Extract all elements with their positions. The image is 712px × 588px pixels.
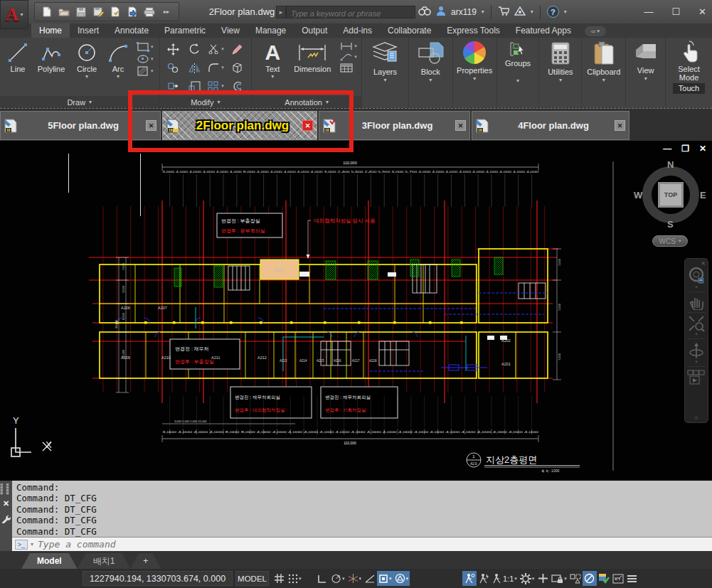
leader-button[interactable]: ▾	[340, 53, 357, 61]
copy-button[interactable]	[163, 58, 184, 77]
save-as-icon[interactable]	[92, 6, 105, 18]
new-layout-button[interactable]: +	[130, 553, 161, 569]
ribbon-tab-collaborate[interactable]: Collaborate	[380, 23, 439, 38]
ribbon-tab-manage[interactable]: Manage	[248, 23, 294, 38]
ortho-mode-button[interactable]	[315, 571, 329, 586]
rectangle-tool-button[interactable]: ▾	[137, 42, 154, 52]
command-input[interactable]	[36, 538, 712, 550]
ribbon-minimize-button[interactable]: ▭ ▾	[585, 26, 606, 36]
isolate-objects-button[interactable]	[568, 571, 583, 586]
viewcube-top-face[interactable]: TOP	[658, 182, 684, 208]
open-folder-icon[interactable]	[58, 6, 70, 18]
linear-dimension-button[interactable]: ▾	[340, 42, 357, 50]
move-button[interactable]	[163, 40, 184, 58]
doc-restore-button[interactable]: ❐	[681, 144, 689, 154]
polyline-button[interactable]: Polyline	[33, 39, 70, 78]
palette-grip-icon[interactable]: ■ ■ ■ ■■ ■ ■ ■	[0, 483, 12, 495]
annotation-visibility-button[interactable]	[462, 571, 477, 586]
close-button[interactable]: ✕	[698, 6, 706, 17]
navbar-collapse-icon[interactable]: ⊖	[694, 416, 698, 420]
signed-in-user[interactable]: arx119	[451, 7, 477, 17]
object-snap-button[interactable]: ▾	[377, 571, 393, 586]
panel-block[interactable]: Block▾	[409, 38, 453, 108]
save-icon[interactable]	[75, 6, 87, 18]
file-tab-2floor-active[interactable]: 18 2Floor plan.dwg ✕	[162, 111, 317, 140]
user-menu-chevron-icon[interactable]: ▾	[482, 9, 484, 15]
recent-commands-chevron-icon[interactable]: ▾	[31, 541, 33, 547]
table-button[interactable]	[340, 63, 357, 73]
navigation-bar[interactable]: ✕ ▾ ▾ ▾ ⊖	[684, 258, 708, 423]
navbar-close-icon[interactable]: ✕	[701, 260, 706, 267]
array-button[interactable]: ▾	[206, 77, 227, 95]
fillet-button[interactable]: ▾	[206, 58, 227, 77]
doc-minimize-button[interactable]: —	[663, 144, 671, 154]
mirror-button[interactable]	[184, 58, 206, 77]
command-panel-close-icon[interactable]: ✕	[3, 499, 9, 508]
grid-display-button[interactable]	[272, 571, 286, 586]
graphics-performance-button[interactable]	[583, 571, 597, 586]
ribbon-tab-parametric[interactable]: Parametric	[156, 23, 213, 38]
orbit-icon[interactable]	[688, 341, 705, 360]
ribbon-tab-home[interactable]: Home	[31, 23, 70, 38]
viewcube[interactable]: N S W E TOP	[637, 161, 705, 229]
draw-panel-label[interactable]: Draw▾	[0, 96, 159, 108]
qat-overflow-icon[interactable]: ▸▸	[160, 6, 173, 18]
ribbon-tab-output[interactable]: Output	[294, 23, 335, 38]
circle-button[interactable]: Circle▾	[71, 39, 102, 78]
annotation-panel-label[interactable]: Annotation▾	[252, 96, 361, 108]
object-snap-tracking-button[interactable]	[363, 571, 377, 586]
ribbon-tab-featured-apps[interactable]: Featured Apps	[508, 23, 579, 38]
pan-hand-icon[interactable]	[689, 294, 704, 310]
close-tab-icon[interactable]: ✕	[302, 120, 313, 131]
model-space-button[interactable]: MODEL	[235, 571, 269, 586]
offset-button[interactable]	[227, 77, 248, 95]
ellipse-tool-button[interactable]: ▾	[137, 54, 154, 64]
file-tab-3floor[interactable]: 18 3Floor plan.dwg ✕	[319, 111, 470, 140]
layout1-tab[interactable]: 배치1	[78, 553, 131, 569]
autodesk-360-icon[interactable]	[514, 6, 526, 18]
panel-view[interactable]: View▾	[626, 38, 666, 108]
command-wrench-icon[interactable]	[1, 514, 11, 523]
annotation-scale-button[interactable]: 1:1▾	[491, 571, 519, 586]
publish-icon[interactable]	[126, 6, 139, 18]
application-menu-button[interactable]: A▾	[0, 0, 28, 29]
file-tab-5floor[interactable]: 18 5Floor plan.dwg ✕	[0, 111, 161, 140]
help-icon[interactable]: ?	[547, 6, 559, 18]
explode-button[interactable]	[227, 58, 248, 77]
help-chevron-icon[interactable]: ▾	[564, 9, 567, 15]
print-icon[interactable]	[143, 6, 156, 18]
viewcube-south[interactable]: S	[667, 219, 674, 230]
scale-button[interactable]	[184, 77, 206, 95]
snap-mode-button[interactable]: ▾	[286, 571, 303, 586]
showmotion-icon[interactable]	[687, 369, 706, 386]
panel-properties[interactable]: Properties▾	[453, 38, 497, 108]
steering-wheel-icon[interactable]	[688, 267, 705, 285]
clean-screen-button[interactable]	[611, 571, 625, 586]
panel-layers[interactable]: Layers▾	[362, 38, 409, 108]
viewcube-north[interactable]: N	[667, 159, 674, 170]
zoom-extents-icon[interactable]	[688, 315, 705, 332]
hatch-tool-button[interactable]: ▾	[137, 66, 154, 76]
notification-button[interactable]	[597, 571, 611, 586]
dimension-button[interactable]: Dimension	[289, 39, 336, 78]
search-field[interactable]	[286, 6, 415, 18]
app-store-cart-icon[interactable]	[498, 6, 509, 18]
drawing-area[interactable]: — ❐ ✕ N S W E TOP WCS▾ ✕ ▾ ▾	[0, 141, 712, 481]
ribbon-tab-insert[interactable]: Insert	[70, 23, 107, 38]
modify-panel-label[interactable]: Modify▾	[160, 96, 252, 108]
touch-panel-label[interactable]: Touch	[673, 83, 705, 94]
viewcube-west[interactable]: W	[634, 190, 642, 201]
text-button[interactable]: A Text▾	[257, 39, 287, 78]
minimize-button[interactable]: —	[644, 6, 653, 17]
erase-button[interactable]	[227, 40, 248, 58]
lock-ui-button[interactable]: ▾	[550, 571, 568, 586]
user-avatar-icon[interactable]	[436, 6, 446, 18]
annotation-autoscale-button[interactable]	[477, 571, 491, 586]
navbar-chevron-icon[interactable]: ▾	[695, 285, 698, 289]
close-tab-icon[interactable]: ✕	[146, 120, 156, 131]
panel-utilities[interactable]: Utilities▾	[539, 38, 582, 108]
close-tab-icon[interactable]: ✕	[615, 120, 625, 131]
polar-tracking-button[interactable]: ▾	[329, 571, 346, 586]
panel-clipboard[interactable]: Clipboard▾	[582, 38, 626, 108]
plot-preview-icon[interactable]	[109, 6, 122, 18]
